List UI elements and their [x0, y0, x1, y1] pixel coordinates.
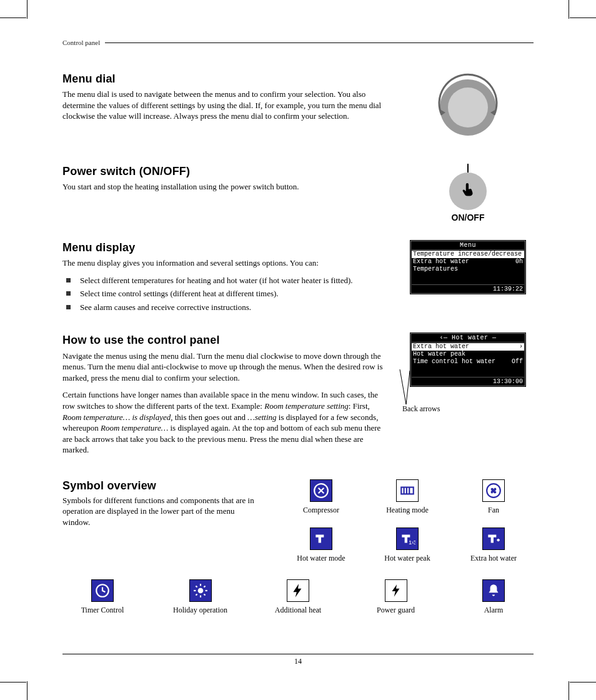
- section-menu-display: Menu display The menu display gives you …: [62, 240, 534, 315]
- running-head-text: Control panel: [62, 39, 100, 46]
- crop-mark: [0, 682, 26, 682]
- svg-line-4: [400, 369, 406, 404]
- lcd-row: Temperature increase/decrease: [412, 251, 524, 258]
- lcd-menu: Menu Temperature increase/decrease Extra…: [410, 240, 526, 294]
- sun-icon: [189, 579, 212, 602]
- heading-power-switch: Power switch (ON/OFF): [62, 164, 384, 179]
- section-power-switch: Power switch (ON/OFF) You start and stop…: [62, 164, 534, 222]
- section-menu-dial: Menu dial The menu dial is used to navig…: [62, 71, 534, 146]
- body-menu-dial: The menu dial is used to navigate betwee…: [62, 89, 384, 122]
- page-sheet: Control panel Menu dial The menu dial is…: [0, 0, 596, 700]
- lcd-time: 13:30:00: [412, 377, 524, 385]
- lcd-row: Extra hot water0h: [412, 258, 524, 266]
- crop-mark: [569, 0, 569, 19]
- symbol-holiday: Holiday operation: [161, 579, 241, 615]
- symbol-alarm: Alarm: [454, 579, 534, 615]
- section-how-to: How to use the control panel Navigate th…: [62, 332, 534, 461]
- back-arrows-note: Back arrows: [402, 404, 534, 414]
- flash-icon: [287, 579, 309, 602]
- heading-menu-display: Menu display: [62, 240, 384, 255]
- symbol-additional-heat: Additional heat: [258, 579, 338, 615]
- tap-plus-icon: [482, 528, 505, 550]
- body-power-switch: You start and stop the heating installat…: [62, 181, 384, 192]
- svg-line-22: [204, 586, 205, 587]
- crop-mark: [27, 681, 27, 700]
- howto-p1: Navigate the menus using the menu dial. …: [62, 351, 384, 384]
- symbol-power-guard: Power guard: [356, 579, 436, 615]
- menu-display-list: Select different temperatures for heatin…: [62, 275, 384, 313]
- lcd-row: Time control hot waterOff: [412, 358, 524, 366]
- symbol-fan: Fan: [454, 479, 534, 515]
- callout-lines-icon: [387, 366, 412, 409]
- symbol-compressor: Compressor: [281, 479, 361, 515]
- crop-mark: [27, 0, 27, 19]
- heading-how-to: How to use the control panel: [62, 332, 384, 348]
- fan-icon: [482, 479, 505, 502]
- lcd-row: Hot water peak: [412, 351, 524, 358]
- svg-line-20: [204, 594, 205, 595]
- svg-point-1: [448, 88, 488, 128]
- crop-mark: [0, 18, 26, 18]
- list-item: Select time control settings (different …: [62, 288, 384, 299]
- lcd-row: Extra hot water›: [412, 343, 524, 351]
- svg-line-5: [406, 371, 410, 404]
- crop-mark: [569, 681, 569, 700]
- heading-symbols: Symbol overview: [62, 479, 262, 492]
- body-symbols: Symbols for different functions and comp…: [62, 495, 262, 528]
- crop-mark: [570, 682, 596, 682]
- page-number: 14: [294, 657, 302, 666]
- crop-mark: [570, 18, 596, 18]
- lcd-hotwater: ‹— Hot water — Extra hot water› Hot wate…: [410, 332, 526, 387]
- tap-icon: [310, 528, 332, 550]
- svg-line-19: [196, 586, 197, 587]
- howto-p2: Certain functions have longer names than…: [62, 389, 384, 455]
- intro-menu-display: The menu display gives you information a…: [62, 258, 384, 269]
- svg-text:1›3: 1›3: [409, 539, 415, 545]
- lcd-row: Temperatures: [412, 266, 524, 273]
- compressor-icon: [310, 479, 332, 502]
- section-symbols: Symbol overview Symbols for different fu…: [62, 479, 534, 628]
- power-led-mark: [467, 164, 469, 172]
- running-head-rule: [105, 42, 534, 43]
- bell-icon: [482, 579, 505, 602]
- list-item: See alarm causes and receive corrective …: [62, 302, 384, 313]
- page-footer: 14: [62, 654, 534, 666]
- lcd-time: 11:39:22: [412, 284, 524, 292]
- onoff-label: ON/OFF: [402, 212, 534, 222]
- touch-icon: [460, 183, 476, 199]
- power-button-figure: [449, 172, 487, 210]
- symbol-hot-water-peak: 1›3 Hot water peak: [367, 528, 447, 563]
- content-area: Control panel Menu dial The menu dial is…: [62, 39, 534, 662]
- menu-dial-figure: [430, 71, 505, 146]
- symbol-hot-water-mode: Hot water mode: [281, 528, 361, 563]
- svg-point-14: [197, 588, 203, 593]
- clock-icon: [91, 579, 114, 602]
- tap-peak-icon: 1›3: [396, 528, 419, 550]
- symbol-heating-mode: Heating mode: [367, 479, 447, 515]
- flash-box-icon: [385, 579, 407, 602]
- symbol-timer-control: Timer Control: [62, 579, 142, 615]
- lcd-title: ‹— Hot water —: [412, 334, 524, 342]
- list-item: Select different temperatures for heatin…: [62, 275, 384, 286]
- symbol-extra-hot-water: Extra hot water: [454, 528, 534, 563]
- running-head: Control panel: [62, 39, 534, 46]
- heading-menu-dial: Menu dial: [62, 71, 384, 86]
- radiator-icon: [396, 479, 419, 502]
- svg-line-21: [196, 594, 197, 595]
- lcd-title: Menu: [412, 242, 524, 250]
